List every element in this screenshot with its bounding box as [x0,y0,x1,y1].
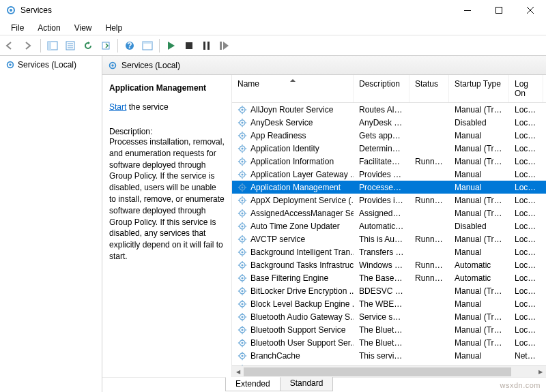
view-detail-button[interactable] [139,37,156,54]
menu-view[interactable]: View [68,22,99,34]
service-row[interactable]: Application ManagementProcesses in...Man… [232,181,546,194]
service-row[interactable]: Base Filtering EngineThe Base Fil...Runn… [232,271,546,284]
description-label: Description: [109,127,225,136]
service-logon: Local Sy [509,247,543,257]
menu-bar: File Action View Help [0,20,546,35]
svg-rect-5 [48,42,51,50]
service-desc: This service... [354,351,410,361]
column-startup[interactable]: Startup Type [449,75,509,102]
restart-service-button[interactable] [216,37,233,54]
tree-root-label: Services (Local) [18,60,76,70]
maximize-button[interactable] [483,0,515,20]
column-name[interactable]: Name [232,75,354,102]
column-description[interactable]: Description [354,75,410,102]
service-row[interactable]: Bluetooth User Support Ser...The Bluetoo… [232,336,546,349]
service-row[interactable]: BranchCacheThis service...ManualNetwor [232,349,546,362]
export-button[interactable] [98,37,114,54]
gear-icon [238,131,247,140]
service-logon: Local Sy [509,118,543,127]
menu-action[interactable]: Action [31,22,67,34]
column-status[interactable]: Status [410,75,449,102]
service-startup: Manual (Trig... [449,235,509,244]
gear-icon [238,260,247,270]
scroll-right-button[interactable]: ▶ [534,366,546,378]
close-button[interactable] [515,0,546,20]
minimize-button[interactable] [452,0,483,20]
gear-icon [238,105,247,115]
service-row[interactable]: Bluetooth Support ServiceThe Bluetoo...M… [232,323,546,336]
tab-extended[interactable]: Extended [225,377,281,391]
service-row[interactable]: Bluetooth Audio Gateway S...Service sup.… [232,310,546,323]
service-desc: The WBENG... [354,299,410,309]
start-service-button[interactable] [163,37,179,54]
service-row[interactable]: AVCTP serviceThis is Audi...RunningManua… [232,232,546,245]
toolbar-separator [159,39,160,52]
service-desc: Routes AllJoy... [354,105,410,115]
pause-service-button[interactable] [199,37,215,54]
gear-icon [238,170,247,179]
service-row[interactable]: Auto Time Zone UpdaterAutomatica...Disab… [232,220,546,232]
start-suffix: the service [126,102,168,112]
service-name: Bluetooth Audio Gateway S... [250,312,354,322]
service-row[interactable]: Application Layer Gateway ...Provides su… [232,168,546,181]
svg-point-120 [241,316,243,318]
selected-service-title: Application Management [109,83,225,93]
service-startup: Manual [449,299,509,309]
gear-icon [238,118,247,127]
service-logon: Local Sy [509,299,543,309]
service-logon: Networ [509,351,543,361]
service-desc: Processes in... [354,183,410,192]
tree-pane: Services (Local) [0,56,102,392]
start-service-link[interactable]: Start [109,102,126,112]
refresh-button[interactable] [80,37,96,54]
column-logon[interactable]: Log On [509,75,543,102]
service-row[interactable]: AssignedAccessManager Se...AssignedAc...… [232,207,546,220]
service-name: Background Intelligent Tran... [250,247,354,257]
service-row[interactable]: Application InformationFacilitates t...R… [232,155,546,168]
tab-standard[interactable]: Standard [280,377,334,391]
service-row[interactable]: AppX Deployment Service (...Provides inf… [232,194,546,207]
svg-rect-3 [496,7,502,14]
service-row[interactable]: Block Level Backup Engine ...The WBENG..… [232,297,546,310]
service-row[interactable]: AllJoyn Router ServiceRoutes AllJoy...Ma… [232,103,546,116]
service-desc: The Bluetoo... [354,325,410,335]
service-logon: Local Se [509,312,543,322]
svg-rect-15 [186,42,192,49]
svg-rect-16 [203,42,205,50]
service-row[interactable]: AnyDesk ServiceAnyDesk su...DisabledLoca… [232,116,546,129]
service-desc: AssignedAc... [354,209,410,218]
service-name: Application Management [250,183,341,192]
service-row[interactable]: App ReadinessGets apps re...ManualLocal … [232,129,546,142]
pane-title: Services (Local) [121,61,180,70]
menu-file[interactable]: File [4,22,31,34]
gear-icon [238,209,247,218]
svg-point-20 [9,63,12,66]
back-button[interactable] [3,37,19,54]
service-name: AssignedAccessManager Se... [250,209,354,218]
stop-service-button[interactable] [181,37,197,54]
properties-button[interactable] [62,37,78,54]
service-logon: Local Sy [509,131,543,140]
service-name: AppX Deployment Service (... [250,196,354,205]
service-row[interactable]: Background Intelligent Tran...Transfers … [232,245,546,258]
service-row[interactable]: Background Tasks Infrastruc...Windows in… [232,258,546,271]
service-desc: The Bluetoo... [354,338,410,348]
help-button[interactable]: ? [121,37,138,54]
gear-icon [238,144,247,153]
service-desc: Provides inf... [354,196,410,205]
service-desc: Windows in... [354,260,410,270]
service-row[interactable]: BitLocker Drive Encryption ...BDESVC hos… [232,284,546,297]
horizontal-scrollbar[interactable]: ◀ ▶ [232,365,546,377]
service-status: Running [410,235,449,244]
service-logon: Local Sy [509,157,543,166]
show-hide-tree-button[interactable] [44,37,61,54]
service-list[interactable]: AllJoyn Router ServiceRoutes AllJoy...Ma… [232,103,546,365]
service-row[interactable]: Application IdentityDetermines ...Manual… [232,142,546,155]
svg-rect-2 [464,10,471,11]
forward-button[interactable] [20,37,37,54]
scroll-left-button[interactable]: ◀ [232,366,244,378]
tree-root-item[interactable]: Services (Local) [0,59,102,71]
title-bar: Services [0,0,546,20]
menu-help[interactable]: Help [99,22,130,34]
svg-rect-14 [143,42,152,44]
